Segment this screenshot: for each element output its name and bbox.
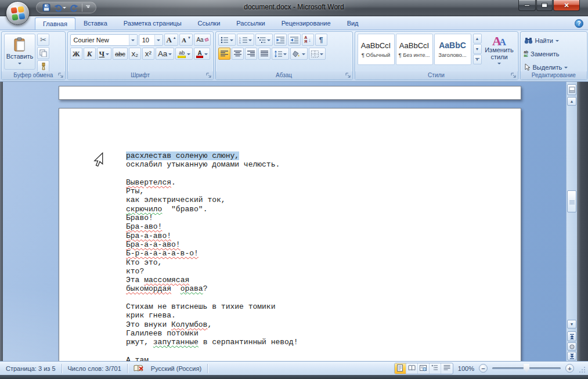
text-line[interactable]: А там, [126,356,298,361]
paragraph-dialog-launcher[interactable] [345,73,351,78]
text-line[interactable]: быкомордая орава? [126,284,298,293]
text-line[interactable]: Стихам не втиснешь в тихие томики [126,302,298,311]
zoom-level[interactable]: 100% [458,365,474,372]
page-3[interactable]: расхлестав соленую слюну,осклабил утыкан… [59,108,521,361]
zoom-slider-thumb[interactable] [524,364,530,373]
maximize-button[interactable] [536,0,553,11]
show-marks-button[interactable]: ¶ [315,34,327,46]
underline-button[interactable]: Ч [97,48,112,60]
help-button[interactable]: ? [575,19,583,28]
justify-button[interactable] [258,48,270,60]
subscript-button[interactable]: x₂ [129,48,141,60]
font-name-combo[interactable]: Courier New [70,34,138,46]
text-line[interactable]: расхлестав соленую слюну, [126,151,298,160]
shrink-font-button[interactable]: А▼ [179,34,193,46]
clipboard-dialog-launcher[interactable] [58,73,64,78]
text-line[interactable]: кто? [126,267,298,276]
next-page-button[interactable] [567,352,576,360]
align-right-button[interactable] [245,48,257,60]
language-indicator[interactable]: Русский (Россия) [150,362,207,375]
browse-object-button[interactable] [567,342,576,351]
font-color-button[interactable]: А [194,48,210,60]
format-painter-button[interactable] [37,60,49,73]
scroll-down-button[interactable]: ▼ [567,320,576,329]
text-line[interactable]: Кто это, [126,258,298,267]
replace-button[interactable]: abac Заменить [523,48,585,59]
outline-view-button[interactable] [430,363,441,374]
office-button[interactable] [6,1,30,25]
italic-button[interactable]: К [84,48,96,60]
grow-font-button[interactable]: А▲ [164,34,178,46]
styles-dialog-launcher[interactable] [511,73,517,78]
style-chip-2[interactable]: AaBbCЗаголово... [434,34,471,65]
text-line[interactable]: как электрический ток, [126,196,298,204]
text-line[interactable] [126,347,298,356]
text-line[interactable]: Эта массомясая [126,276,298,284]
font-size-combo[interactable]: 10 [139,34,163,46]
word-count-indicator[interactable]: Число слов: 3/701 [62,362,127,375]
zoom-slider[interactable] [492,367,561,369]
strikethrough-button[interactable]: abc [113,48,128,60]
text-line[interactable]: Б-р-а-а-а-а-в-о! [126,249,298,258]
text-line[interactable]: Браво! [126,214,298,222]
web-layout-view-button[interactable] [418,363,430,374]
page-2-bottom[interactable] [59,86,521,100]
scroll-up-button[interactable]: ▲ [567,97,576,106]
minimize-button[interactable] [518,0,536,11]
scrollbar-thumb[interactable] [567,190,576,212]
ribbon-tab-4[interactable]: Рассылки [228,17,273,30]
decrease-indent-button[interactable] [274,34,287,46]
increase-indent-button[interactable] [288,34,301,46]
draft-view-button[interactable] [441,363,453,374]
styles-more-button[interactable]: ▼ [473,55,482,64]
align-left-button[interactable] [218,48,230,60]
text-line[interactable]: скрючило "браво". [126,205,298,214]
page-indicator[interactable]: Страница: 3 из 5 [0,362,62,375]
text-line[interactable]: Бра-а-а-аво! [126,240,298,249]
qat-customize-button[interactable] [86,5,90,10]
text-line[interactable]: ржут, запутанные в серпантинный невод! [126,338,298,346]
close-button[interactable]: ✕ [553,0,580,11]
sort-button[interactable]: АЯ ↓ [302,34,314,46]
ribbon-tab-5[interactable]: Рецензирование [273,17,339,30]
copy-button[interactable] [37,47,49,59]
numbering-button[interactable]: 1.2.3. [237,34,254,46]
text-line[interactable]: Галилеев потомки [126,329,298,338]
change-case-button[interactable]: Aa [156,48,174,60]
borders-button[interactable] [309,48,326,60]
clear-formatting-button[interactable]: Aa [194,34,210,46]
style-chip-0[interactable]: AaBbCcI¶ Обычный [358,34,395,65]
text-line[interactable]: Бра-а-аво! [126,232,298,240]
text-line[interactable] [126,169,298,178]
ribbon-tab-3[interactable]: Ссылки [190,17,229,30]
spellcheck-status[interactable] [128,362,150,375]
ruler-toggle-button[interactable] [567,84,576,95]
text-line[interactable]: Это внуки Колумбов, [126,320,298,329]
text-line[interactable]: крик гнева. [126,311,298,320]
shading-button[interactable] [290,48,308,60]
ribbon-tab-0[interactable]: Главная [35,17,75,30]
line-spacing-button[interactable] [272,48,289,60]
text-line[interactable] [126,294,298,302]
bullets-button[interactable] [218,34,236,46]
align-center-button[interactable] [232,48,244,60]
font-dialog-launcher[interactable] [206,73,212,78]
resize-grip[interactable] [579,366,586,373]
zoom-in-button[interactable]: + [565,364,574,373]
previous-page-button[interactable] [567,331,576,341]
text-line[interactable]: Вывертелся. [126,178,298,187]
ribbon-tab-6[interactable]: Вид [339,17,367,30]
redo-icon[interactable] [70,4,78,12]
fullscreen-reading-view-button[interactable] [406,363,418,374]
text-line[interactable]: Бра-аво! [126,222,298,231]
find-button[interactable]: Найти [523,35,585,46]
ribbon-tab-1[interactable]: Вставка [75,17,116,30]
undo-button[interactable] [54,4,66,12]
style-chip-1[interactable]: AaBbCcI¶ Без инте... [396,34,433,65]
change-styles-button[interactable]: AA Изменить стили [484,34,515,70]
ribbon-tab-2[interactable]: Разметка страницы [116,17,190,30]
styles-scroll-up-button[interactable]: ▲ [473,34,482,44]
styles-scroll-down-button[interactable]: ▼ [473,44,482,54]
zoom-out-button[interactable]: − [479,364,488,373]
cut-button[interactable]: ✂ [37,34,49,46]
